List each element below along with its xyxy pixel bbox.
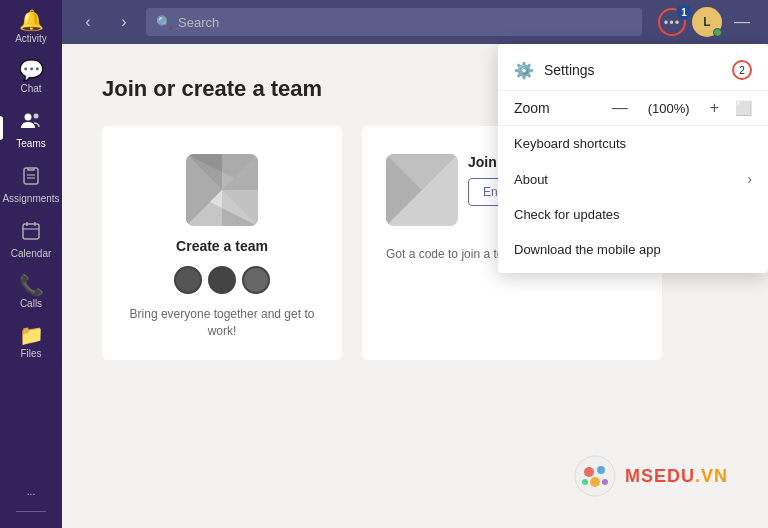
svg-point-20 — [590, 477, 600, 487]
calendar-icon — [20, 220, 42, 245]
svg-marker-13 — [186, 154, 222, 226]
zoom-value: (100%) — [644, 101, 694, 116]
create-team-title: Create a team — [176, 238, 268, 254]
sidebar-item-label: Assignments — [2, 193, 59, 204]
fullscreen-button[interactable]: ⬜ — [735, 100, 752, 116]
avatar-wrapper: L — [692, 7, 722, 37]
svg-point-21 — [582, 479, 588, 485]
keyboard-shortcuts-item[interactable]: Keyboard shortcuts — [498, 126, 768, 161]
title-bar: ‹ › 🔍 ••• 1 L — — [62, 0, 768, 44]
avatar-status — [713, 28, 722, 37]
avatar-initial: L — [703, 15, 710, 29]
files-icon: 📁 — [19, 325, 44, 345]
sidebar-item-label: Files — [20, 348, 41, 359]
sidebar-item-assignments[interactable]: Assignments — [0, 155, 62, 210]
watermark: MSEDU.VN — [573, 454, 728, 498]
avatar-1 — [174, 266, 202, 294]
zoom-label: Zoom — [514, 100, 596, 116]
sidebar-item-label: Teams — [16, 138, 45, 149]
svg-marker-12 — [222, 154, 258, 226]
search-icon: 🔍 — [156, 15, 172, 30]
gear-icon: ⚙️ — [514, 61, 534, 80]
search-bar[interactable]: 🔍 — [146, 8, 642, 36]
forward-button[interactable]: › — [110, 8, 138, 36]
keyboard-shortcuts-label: Keyboard shortcuts — [514, 136, 626, 151]
sidebar-item-teams[interactable]: Teams — [0, 100, 62, 155]
watermark-vn: .VN — [695, 466, 728, 486]
sidebar-divider — [16, 511, 46, 512]
sidebar-item-calls[interactable]: 📞 Calls — [0, 265, 62, 315]
back-button[interactable]: ‹ — [74, 8, 102, 36]
main-content: ‹ › 🔍 ••• 1 L — — [62, 0, 768, 528]
sidebar: 🔔 Activity 💬 Chat Teams Assignments — [0, 0, 62, 528]
watermark-logo — [573, 454, 617, 498]
about-arrow-icon: › — [747, 171, 752, 187]
settings-label: Settings — [544, 62, 595, 78]
settings-badge-number: 2 — [739, 65, 745, 76]
create-team-avatars — [174, 266, 270, 294]
svg-point-22 — [602, 479, 608, 485]
about-label: About — [514, 172, 548, 187]
sidebar-item-label: Calendar — [11, 248, 52, 259]
more-btn-wrapper: ••• 1 — [658, 8, 686, 36]
title-bar-actions: ••• 1 L — — [658, 7, 756, 37]
notification-badge: 1 — [676, 4, 692, 20]
minimize-button[interactable]: — — [728, 13, 756, 31]
sidebar-item-files[interactable]: 📁 Files — [0, 315, 62, 365]
check-updates-label: Check for updates — [514, 207, 620, 222]
sidebar-item-chat[interactable]: 💬 Chat — [0, 50, 62, 100]
sidebar-item-activity[interactable]: 🔔 Activity — [0, 0, 62, 50]
dropdown-menu: ⚙️ Settings 2 Zoom — (100%) + ⬜ Keyboard… — [498, 44, 768, 273]
settings-badge: 2 — [732, 60, 752, 80]
calls-icon: 📞 — [19, 275, 44, 295]
teams-icon — [20, 110, 42, 135]
svg-point-0 — [25, 114, 32, 121]
svg-point-19 — [597, 466, 605, 474]
svg-point-17 — [575, 456, 615, 496]
svg-point-18 — [584, 467, 594, 477]
search-input[interactable] — [178, 15, 632, 30]
download-mobile-label: Download the mobile app — [514, 242, 661, 257]
join-team-icon — [386, 154, 458, 226]
sidebar-item-label: Activity — [15, 33, 47, 44]
assignments-icon — [20, 165, 42, 190]
watermark-text: MSEDU.VN — [625, 466, 728, 487]
sidebar-item-label: Calls — [20, 298, 42, 309]
svg-rect-5 — [23, 224, 39, 239]
create-team-icon — [186, 154, 258, 226]
activity-icon: 🔔 — [19, 10, 44, 30]
download-mobile-item[interactable]: Download the mobile app — [498, 232, 768, 267]
zoom-row: Zoom — (100%) + ⬜ — [498, 91, 768, 126]
settings-menu-item[interactable]: ⚙️ Settings 2 — [498, 50, 768, 91]
sidebar-item-label: Chat — [20, 83, 41, 94]
zoom-in-button[interactable]: + — [706, 99, 723, 117]
chat-icon: 💬 — [19, 60, 44, 80]
about-item[interactable]: About › — [498, 161, 768, 197]
sidebar-item-more[interactable]: ... — [16, 476, 46, 503]
svg-point-1 — [34, 114, 39, 119]
check-updates-item[interactable]: Check for updates — [498, 197, 768, 232]
avatar-3 — [242, 266, 270, 294]
create-team-desc: Bring everyone together and get to work! — [126, 306, 318, 340]
title-bar-wrapper: ‹ › 🔍 ••• 1 L — — [62, 0, 768, 44]
create-team-card: Create a team Bring everyone together an… — [102, 126, 342, 360]
sidebar-more: ... — [16, 476, 46, 516]
avatar-2 — [208, 266, 236, 294]
zoom-out-button[interactable]: — — [608, 99, 632, 117]
sidebar-item-calendar[interactable]: Calendar — [0, 210, 62, 265]
more-label: ... — [27, 486, 35, 497]
watermark-msedu: MSEDU — [625, 466, 695, 486]
